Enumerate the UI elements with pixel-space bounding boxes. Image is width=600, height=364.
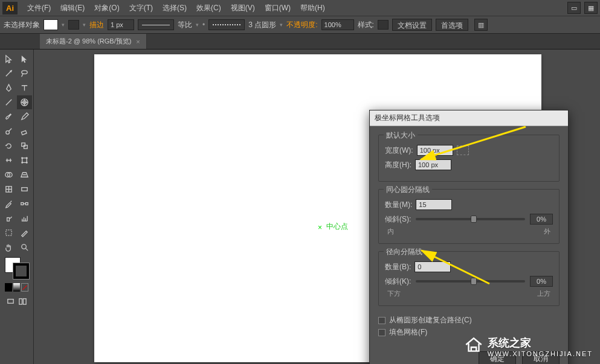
prefs-button[interactable]: 首选项 (436, 19, 468, 31)
radial-group: 径向分隔线 数量(B): 倾斜(K): 0% 下方 上方 (378, 251, 560, 306)
svg-rect-4 (21, 130, 27, 135)
chevron-down-icon[interactable]: ▾ (196, 22, 199, 28)
options-bar: 未选择对象 ▾ ▾ 描边 等比 ▾ • 3 点圆形 ▾ 不透明度: 样式: 文档… (0, 16, 600, 34)
change-screen-icon[interactable] (17, 295, 28, 308)
house-icon (463, 334, 484, 358)
magic-wand-tool[interactable] (1, 66, 16, 80)
count-m-label: 数量(M): (385, 200, 412, 210)
skew-k-value: 0% (530, 276, 553, 287)
center-point-icon: × (318, 223, 322, 232)
perspective-tool[interactable] (17, 168, 32, 182)
menu-window[interactable]: 窗口(W) (260, 3, 295, 13)
swatch-chevron-icon[interactable]: ▾ (83, 22, 86, 28)
blob-brush-tool[interactable] (1, 124, 16, 138)
line-tool[interactable] (1, 95, 16, 109)
menu-edit[interactable]: 编辑(E) (56, 3, 89, 13)
type-tool[interactable] (17, 81, 32, 95)
close-icon[interactable]: × (136, 38, 140, 45)
width-input[interactable] (417, 145, 453, 156)
eraser-tool[interactable] (17, 124, 32, 138)
fill-stroke-indicator[interactable] (5, 257, 29, 279)
stroke-swatch[interactable] (68, 20, 79, 30)
eyedropper-tool[interactable] (1, 197, 16, 211)
skew-s-slider[interactable] (416, 218, 525, 220)
layout-icon[interactable]: ▭ (567, 2, 581, 14)
free-transform-tool[interactable] (17, 153, 32, 167)
svg-rect-22 (19, 299, 22, 304)
graph-tool[interactable] (17, 211, 32, 225)
tab-label: 未标题-2 @ 98% (RGB/预览) (46, 37, 131, 46)
menu-effect[interactable]: 效果(C) (192, 3, 226, 13)
width-tool[interactable] (1, 153, 16, 167)
solid-mode[interactable] (5, 283, 12, 292)
brush-tool[interactable] (1, 110, 16, 124)
tools-panel (0, 49, 34, 364)
tab-bar: 未标题-2 @ 98% (RGB/预览) × (0, 34, 600, 49)
none-mode[interactable] (21, 283, 28, 292)
opacity-input[interactable] (321, 19, 354, 30)
doc-setup-button[interactable]: 文档设置 (392, 19, 432, 31)
selection-tool[interactable] (1, 52, 16, 66)
count-m-input[interactable] (416, 199, 452, 210)
artboard-tool[interactable] (1, 226, 16, 240)
chevron-down-icon[interactable]: ▾ (280, 22, 283, 28)
mesh-tool[interactable] (1, 182, 16, 196)
panel-icon[interactable]: ▥ (474, 19, 488, 31)
dialog-title: 极坐标网格工具选项 (370, 110, 568, 126)
hand-tool[interactable] (1, 240, 16, 254)
menu-select[interactable]: 选择(S) (158, 3, 192, 13)
menu-bar: Ai 文件(F) 编辑(E) 对象(O) 文字(T) 选择(S) 效果(C) 视… (0, 0, 600, 16)
app-logo: Ai (2, 2, 18, 14)
blend-tool[interactable] (17, 197, 32, 211)
menu-view[interactable]: 视图(V) (226, 3, 260, 13)
fill-swatch[interactable] (44, 19, 58, 30)
slice-tool[interactable] (17, 226, 32, 240)
direct-selection-tool[interactable] (17, 52, 32, 66)
polar-grid-tool[interactable] (17, 95, 32, 109)
pencil-tool[interactable] (17, 110, 32, 124)
gradient-mode[interactable] (13, 283, 21, 292)
stroke-color[interactable] (13, 263, 29, 279)
skew-s-value: 0% (530, 214, 553, 225)
concentric-group: 同心圆分隔线 数量(M): 倾斜(S): 0% 内 外 (378, 189, 560, 244)
menu-help[interactable]: 帮助(H) (295, 3, 330, 13)
count-b-input[interactable] (415, 261, 451, 272)
zoom-tool[interactable] (17, 240, 32, 254)
watermark: 系统之家 WWW.XITONGZHIJIA.NET (463, 334, 593, 358)
fillgrid-checkbox[interactable] (378, 329, 385, 336)
arrange-icon[interactable]: ▦ (584, 2, 598, 14)
shape-builder-tool[interactable] (1, 168, 16, 182)
gradient-tool[interactable] (17, 182, 32, 196)
menu-type[interactable]: 文字(T) (124, 3, 158, 13)
menu-file[interactable]: 文件(F) (22, 3, 56, 13)
scale-tool[interactable] (17, 139, 32, 153)
width-label: 宽度(W): (385, 145, 413, 156)
center-point-label: 中心点 (326, 222, 348, 232)
pen-tool[interactable] (1, 81, 16, 95)
brush-sample[interactable] (138, 19, 174, 30)
svg-rect-16 (21, 203, 24, 205)
document-tab[interactable]: 未标题-2 @ 98% (RGB/预览) × (40, 34, 147, 49)
scale-label: 等比 (178, 20, 192, 30)
height-input[interactable] (415, 159, 451, 170)
compound-label: 从椭圆形创建复合路径(C) (389, 315, 472, 325)
menu-object[interactable]: 对象(O) (89, 3, 124, 13)
svg-rect-15 (22, 188, 27, 191)
endpoint-sample[interactable] (208, 19, 245, 30)
skew-k-left-label: 下方 (387, 289, 401, 298)
skew-k-slider[interactable] (416, 280, 525, 283)
watermark-name: 系统之家 (488, 337, 531, 349)
default-size-group: 默认大小 宽度(W): 高度(H): (378, 135, 560, 182)
reset-size-icon[interactable] (457, 145, 469, 155)
skew-s-right-label: 外 (544, 227, 550, 236)
swatch-chevron-icon[interactable]: ▾ (62, 22, 65, 28)
symbol-sprayer-tool[interactable] (1, 211, 16, 225)
skew-k-label: 倾斜(K): (385, 276, 411, 287)
stroke-weight-input[interactable] (108, 19, 134, 30)
height-label: 高度(H): (385, 160, 411, 170)
lasso-tool[interactable] (17, 66, 32, 80)
compound-checkbox[interactable] (378, 317, 385, 324)
rotate-tool[interactable] (1, 139, 16, 153)
style-swatch[interactable] (378, 20, 389, 30)
screen-mode[interactable] (5, 295, 16, 308)
